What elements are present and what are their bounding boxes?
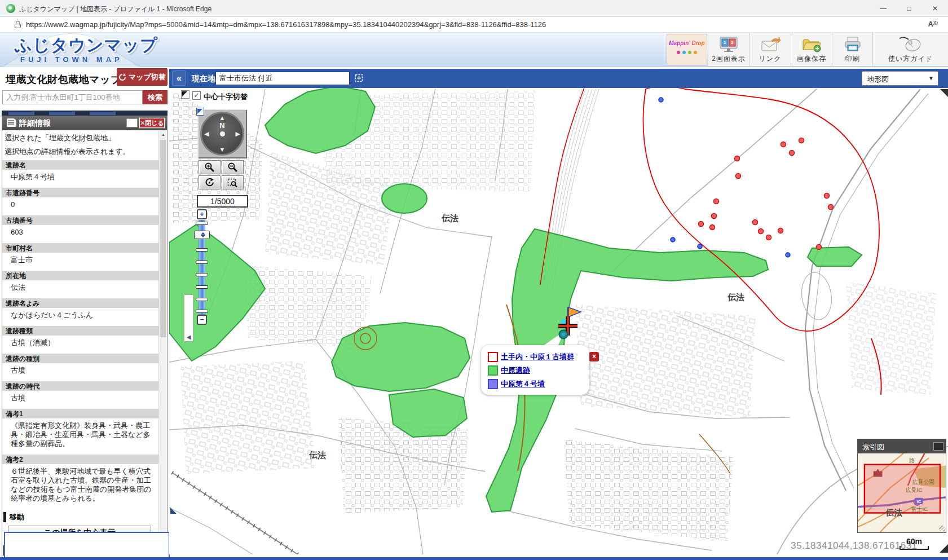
expand-crosshair-icon[interactable] <box>354 73 364 85</box>
zoom-out-button[interactable] <box>222 160 244 174</box>
basemap-select[interactable]: 地形図 ▼ <box>862 71 938 86</box>
svg-text:2: 2 <box>731 40 734 45</box>
scrollbar-thumb[interactable] <box>160 140 166 337</box>
scale-display: 1/5000 <box>197 195 248 208</box>
slider-zoom-out-button[interactable]: − <box>197 315 207 325</box>
detail-info-window: 詳細情報 ＿ ✕閉じる 選択された「埋蔵文化財包蔵地」 選択地点の詳細情報が表示… <box>2 116 167 560</box>
guide-button[interactable]: 使い方ガイド <box>872 33 948 66</box>
minimize-icon[interactable]: — <box>870 0 896 17</box>
printer-icon <box>843 35 862 54</box>
field-value: ６世紀後半、東駿河地域で最も早く横穴式石室を取り入れた古墳。鉄器の生産・加工など… <box>2 464 159 506</box>
zoom-buttons <box>199 160 245 189</box>
box-magnifier-icon <box>227 177 238 188</box>
left-panel-collapse-handle[interactable]: ◀ <box>184 294 193 342</box>
detail-minimize-button[interactable]: ＿ <box>126 118 138 127</box>
popup-link-nakahara-site[interactable]: 中原遺跡 <box>501 365 530 376</box>
map-resize-corner-icon[interactable] <box>940 544 948 553</box>
dual-screen-button[interactable]: 12 2画面表示 <box>708 33 749 66</box>
popup-link-kofun-4[interactable]: 中原第４号墳 <box>501 379 545 389</box>
rotate-icon <box>204 177 215 188</box>
search-button[interactable]: 検索 <box>143 90 167 104</box>
svg-text:富士IC: 富士IC <box>911 506 928 512</box>
print-button[interactable]: 印刷 <box>832 33 872 66</box>
index-map-resize-grip[interactable] <box>939 526 945 531</box>
maximize-icon[interactable]: □ <box>896 0 922 17</box>
field-label: 遺跡の種別 <box>2 354 159 363</box>
pan-down-icon[interactable]: ▼ <box>219 146 226 153</box>
zoom-in-button[interactable] <box>199 160 221 174</box>
map-area[interactable]: 伝法 伝法 伝法 ✓ 中心十字切替 ▲ N <box>169 88 948 554</box>
field-label: 遺跡の時代 <box>2 381 159 391</box>
cursor-coordinates: 35.18341044,138.67161631 <box>791 540 918 552</box>
site-favicon <box>6 4 15 13</box>
search-input[interactable] <box>2 90 143 104</box>
map-extent-rectangle[interactable] <box>865 465 940 513</box>
compass-center-button[interactable] <box>220 131 225 136</box>
close-icon[interactable]: ✕ <box>922 0 948 17</box>
svg-text:伝法: 伝法 <box>308 450 326 460</box>
field-value: 古墳（消滅） <box>2 336 159 351</box>
panel-collapse-button[interactable]: « <box>172 70 186 86</box>
field-label: 所在地 <box>2 271 159 280</box>
bottom-panel-toggle-icon[interactable] <box>170 508 177 514</box>
field-value: 《県指定有形文化財》装身具・武具・農工具・鍛冶具・生産用具・馬具・土器など多種多… <box>2 418 159 452</box>
lock-icon <box>15 21 21 28</box>
map-switch-button[interactable]: マップ切替 <box>117 68 167 86</box>
zoom-slider-handle[interactable] <box>194 231 210 239</box>
index-map-canvas[interactable]: 路 広見公園 広見IC 富士IC IC 伝法 <box>858 453 946 532</box>
detail-intro-1: 選択された「埋蔵文化財包蔵地」 <box>2 130 159 144</box>
compass-control[interactable]: ▲ N ◀ ▶ ▼ <box>197 109 247 158</box>
address-search: 検索 <box>0 89 169 106</box>
field-value: 富士市 <box>2 253 159 268</box>
reset-rotation-button[interactable] <box>199 175 221 189</box>
move-section-label: 移動 <box>3 512 159 522</box>
link-button[interactable]: リンク <box>749 33 791 66</box>
banner-decoration <box>667 51 707 54</box>
slider-tick <box>196 285 208 289</box>
pan-right-icon[interactable]: ▶ <box>236 130 240 138</box>
index-map-body[interactable]: 路 広見公園 広見IC 富士IC IC 伝法 <box>858 453 946 532</box>
crosshair-toggle-checkbox[interactable]: ✓ <box>192 91 201 100</box>
field-label: 市遺跡番号 <box>2 188 159 197</box>
field-value: 伝法 <box>2 280 159 296</box>
current-location-input[interactable] <box>215 72 350 85</box>
mappin-drop-banner[interactable]: Mappin' Drop <box>667 34 707 65</box>
image-save-button[interactable]: 画像保存 <box>791 33 832 66</box>
index-map-title: 索引図 <box>862 442 884 452</box>
logo-title[interactable]: ふじタウンマップ <box>15 34 158 57</box>
detail-intro-2: 選択地点の詳細情報が表示されます。 <box>2 144 159 157</box>
pan-up-icon[interactable]: ▲ <box>219 114 226 121</box>
map-canvas[interactable]: 伝法 伝法 伝法 <box>169 88 948 554</box>
detail-scrollbar[interactable]: ▲ ▼ <box>158 130 167 560</box>
field-value: 古墳 <box>2 363 159 378</box>
detail-close-button[interactable]: ✕閉じる <box>139 118 165 128</box>
address-bar[interactable]: https://www2.wagmap.jp/fujicity/Map?mps=… <box>0 17 948 33</box>
field-label: 遺跡種類 <box>2 326 159 336</box>
detail-window-titlebar[interactable]: 詳細情報 ＿ ✕閉じる <box>2 116 167 130</box>
read-aloud-icon[interactable]: A))) <box>928 20 938 28</box>
field-value: 603 <box>2 225 159 240</box>
pan-left-icon[interactable]: ◀ <box>204 130 209 138</box>
collapse-controls-icon[interactable] <box>181 90 189 99</box>
url-text[interactable]: https://www2.wagmap.jp/fujicity/Map?mps=… <box>26 20 546 29</box>
map-top-corner-icon[interactable] <box>940 89 948 97</box>
link-mail-icon <box>760 35 781 54</box>
index-map-denbo-label: 伝法 <box>885 508 902 517</box>
rectangle-zoom-button[interactable] <box>222 175 244 189</box>
scroll-up-icon[interactable]: ▲ <box>159 130 167 139</box>
scale-bar: 60m <box>900 537 929 550</box>
svg-text:伝法: 伝法 <box>441 213 458 223</box>
crosshair-toggle-label[interactable]: 中心十字切替 <box>204 92 248 102</box>
print-preview-box <box>4 532 170 560</box>
index-map-minimize-button[interactable]: ＿ <box>933 442 943 451</box>
magnifier-minus-icon <box>227 162 238 173</box>
current-location-label: 現在地 <box>192 74 215 84</box>
logo-subtitle: FUJI TOWN MAP <box>20 55 123 64</box>
slider-tick <box>196 222 208 225</box>
slider-zoom-in-button[interactable]: + <box>197 209 207 219</box>
index-map-titlebar[interactable]: 索引図 ＿ <box>858 439 946 453</box>
compass-collapse-icon[interactable] <box>196 108 204 116</box>
popup-link-tunnel-group[interactable]: 土手内・中原１古墳群 <box>501 352 574 362</box>
map-toolbar: « 現在地 地形図 ▼ <box>169 69 948 88</box>
popup-close-icon[interactable]: × <box>589 352 599 361</box>
